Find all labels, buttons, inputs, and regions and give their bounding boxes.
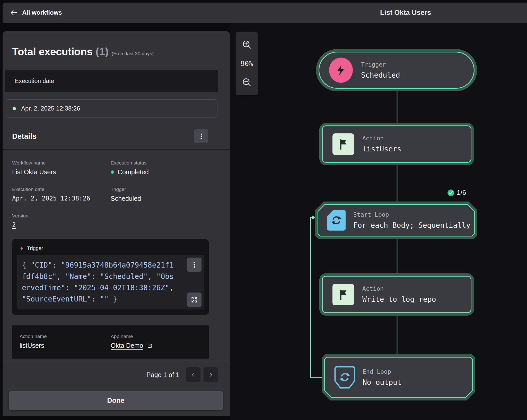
execution-row[interactable]: Apr. 2, 2025 12:38:26 (6, 99, 217, 117)
app-name-field: App name Okta Demo (111, 334, 209, 349)
flag-icon (332, 133, 354, 155)
version-field: Version 2 (12, 213, 111, 229)
pagination: Page 1 of 1 (3, 367, 218, 382)
end-loop-icon (334, 366, 355, 389)
field-value: Completed (118, 168, 149, 176)
workflow-title: List Okta Users (380, 3, 431, 23)
zoom-in-button[interactable] (242, 40, 252, 50)
version-link[interactable]: 2 (12, 221, 111, 229)
node-end-loop[interactable]: End Loop No output (322, 354, 475, 400)
field-label: Trigger (111, 187, 217, 192)
executions-panel: Total executions (1) (From last 30 days)… (3, 31, 230, 416)
node-type: Action (362, 135, 401, 142)
trigger-payload-card: Trigger { "CID": "96915a3748b64a079458e2… (12, 239, 209, 315)
zoom-level: 90% (241, 60, 253, 68)
chevron-left-icon (190, 372, 196, 378)
node-action-write-to-log-repo[interactable]: Action Write to log repo (319, 273, 474, 316)
check-circle-icon (447, 189, 454, 196)
kebab-menu-icon (198, 133, 205, 140)
workflow-name-field: Workflow name List Okta Users (12, 160, 111, 176)
zoom-out-button[interactable] (242, 77, 252, 88)
kebab-menu-icon (191, 261, 198, 268)
back-to-all-workflows[interactable]: All workflows (10, 9, 62, 16)
node-start-loop[interactable]: Start Loop For each Body; Sequentially (315, 202, 477, 239)
node-name: Write to log repo (362, 295, 436, 304)
flag-icon (332, 284, 354, 305)
workflow-canvas[interactable]: 90% Trigger Scheduled Action listUsers (230, 23, 527, 420)
trigger-card-label: Trigger (27, 245, 43, 251)
field-value: List Okta Users (12, 168, 111, 176)
details-fields: Workflow name List Okta Users Execution … (12, 160, 217, 239)
trigger-json: { "CID": "96915a3748b64a079458e21f1fdf4b… (22, 260, 199, 305)
divider (3, 360, 230, 360)
execution-date-value: Apr. 2, 2025 12:38:26 (21, 105, 80, 112)
next-page-button[interactable] (204, 367, 218, 382)
zoom-in-icon (242, 40, 252, 49)
node-trigger-scheduled[interactable]: Trigger Scheduled (316, 49, 477, 91)
start-loop-icon (327, 209, 346, 231)
execution-status-field: Execution status Completed (111, 160, 217, 176)
field-label: Execution status (111, 160, 217, 166)
node-name: listUsers (362, 145, 401, 153)
page-indicator: Page 1 of 1 (146, 371, 179, 379)
back-arrow-icon[interactable] (10, 9, 17, 16)
field-value: listUsers (20, 342, 111, 349)
external-link-icon[interactable] (147, 343, 153, 349)
zoom-out-icon (242, 77, 252, 87)
node-name: Scheduled (361, 71, 400, 79)
node-name: No output (363, 378, 402, 387)
app-name-link[interactable]: Okta Demo (111, 342, 143, 349)
divider (3, 149, 230, 150)
completed-status-dot (111, 170, 114, 174)
trigger-field: Trigger Scheduled (111, 187, 217, 202)
node-type: End Loop (363, 368, 402, 375)
code-expand-button[interactable] (187, 293, 201, 307)
field-value: Apr. 2, 2025 12:38:26 (12, 195, 111, 202)
details-heading: Details (12, 132, 37, 141)
execution-date-column-header: Execution date (5, 70, 218, 92)
previous-page-button[interactable] (186, 367, 200, 382)
zoom-toolbar: 90% (236, 32, 258, 95)
node-type: Trigger (361, 61, 400, 68)
loop-iteration-badge: 1/6 (447, 189, 466, 197)
loop-iteration-count: 1/6 (457, 189, 466, 197)
field-label: Execution date (12, 187, 111, 192)
details-header: Details (3, 129, 230, 143)
action-summary-card: Action name listUsers App name Okta Demo (12, 325, 209, 359)
trigger-bolt-icon (329, 58, 353, 83)
lightning-bolt-icon (19, 246, 24, 251)
node-type: Start Loop (353, 211, 470, 218)
field-label: App name (111, 334, 209, 339)
node-type: Action (362, 285, 436, 292)
top-bar: All workflows List Okta Users (3, 3, 527, 23)
panel-subtitle: (From last 30 days) (112, 51, 154, 57)
execution-date-field: Execution date Apr. 2, 2025 12:38:26 (12, 187, 111, 202)
field-label: Workflow name (12, 160, 111, 166)
field-value: Scheduled (111, 195, 217, 202)
action-name-field: Action name listUsers (20, 334, 111, 349)
chevron-right-icon (208, 372, 214, 378)
back-label[interactable]: All workflows (22, 9, 62, 16)
expand-icon (191, 296, 198, 303)
panel-title: Total executions (12, 46, 92, 58)
trigger-code-block: { "CID": "96915a3748b64a079458e21f1fdf4b… (17, 255, 204, 309)
panel-title-row: Total executions (1) (From last 30 days) (12, 46, 217, 58)
done-button[interactable]: Done (9, 391, 223, 410)
field-label: Action name (20, 334, 111, 339)
code-menu-button[interactable] (187, 258, 201, 272)
field-label: Version (12, 213, 111, 219)
details-menu-button[interactable] (194, 129, 208, 143)
execution-status-dot (13, 107, 16, 110)
node-name: For each Body; Sequentially (353, 221, 470, 230)
executions-count: (1) (95, 46, 108, 58)
node-action-listusers[interactable]: Action listUsers (319, 123, 474, 165)
